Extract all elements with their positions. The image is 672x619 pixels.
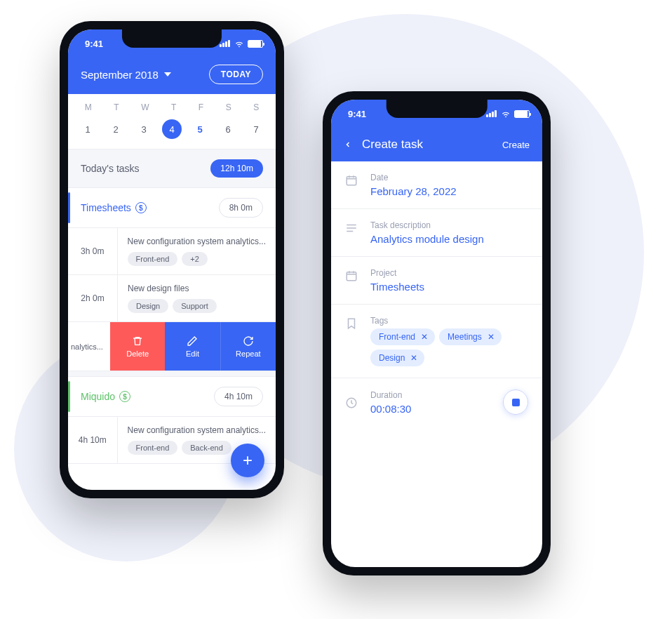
month-label: September 2018 <box>81 69 159 81</box>
edit-label: Edit <box>186 350 199 358</box>
weekday: W <box>141 102 149 112</box>
add-task-fab[interactable]: + <box>231 444 264 477</box>
create-button[interactable]: Create <box>502 140 530 150</box>
close-icon[interactable]: ✕ <box>410 353 417 363</box>
date-label: Date <box>370 173 528 182</box>
tag-chip[interactable]: Front-end✕ <box>370 328 435 345</box>
project-row-timesheets[interactable]: Timesheets $ 8h 0m <box>68 188 276 228</box>
project-duration: 8h 0m <box>219 198 263 218</box>
todays-tasks-label: Today's tasks <box>81 163 140 174</box>
day-today[interactable]: 5 <box>190 119 210 139</box>
accent-bar <box>68 381 70 413</box>
tag-chip: Design <box>128 299 168 313</box>
trash-icon <box>132 335 143 347</box>
weekday: S <box>253 102 259 112</box>
calendar-icon <box>345 174 359 197</box>
dollar-icon: $ <box>119 391 130 402</box>
signal-icon <box>220 40 231 47</box>
day[interactable]: 3 <box>134 119 154 139</box>
tag-chip: Front-end <box>128 252 178 266</box>
delete-label: Delete <box>126 350 149 358</box>
header: September 2018 TODAY <box>68 58 276 94</box>
tag-text: Meetings <box>448 332 482 342</box>
repeat-button[interactable]: Repeat <box>220 322 276 371</box>
total-duration-pill: 12h 10m <box>210 159 263 178</box>
today-button[interactable]: TODAY <box>209 65 263 84</box>
pencil-icon <box>187 335 198 347</box>
svg-rect-1 <box>347 272 356 281</box>
day[interactable]: 6 <box>218 119 238 139</box>
project-value: Timesheets <box>370 281 528 293</box>
swipe-peek: nalytics... <box>68 322 110 371</box>
close-icon[interactable]: ✕ <box>421 332 428 342</box>
date-value: February 28, 2022 <box>370 185 528 197</box>
repeat-icon <box>243 335 254 347</box>
duration-field: Duration 00:08:30 <box>331 378 542 426</box>
close-icon[interactable]: ✕ <box>488 332 495 342</box>
tags-field[interactable]: Tags Front-end✕ Meetings✕ Design✕ <box>331 305 542 378</box>
task-time: 4h 10m <box>68 417 117 463</box>
battery-icon <box>248 40 263 48</box>
tag-text: Design <box>379 353 405 363</box>
delete-button[interactable]: Delete <box>110 322 165 371</box>
clock-icon <box>345 397 359 409</box>
description-label: Task description <box>370 220 528 230</box>
status-time: 9:41 <box>85 39 103 49</box>
duration-value: 00:08:30 <box>370 403 492 415</box>
calendar-icon <box>345 269 359 293</box>
phone-timesheet: 9:41 September 2018 TODAY M T W T F <box>60 21 284 498</box>
plus-icon: + <box>243 451 253 470</box>
task-time: 3h 0m <box>68 228 117 274</box>
tag-text: Front-end <box>379 332 415 342</box>
day[interactable]: 2 <box>106 119 126 139</box>
project-name: Timesheets <box>81 202 131 213</box>
tag-chip: Support <box>173 299 217 313</box>
task-title: New configuration system analytics... <box>128 425 266 435</box>
chevron-left-icon <box>344 138 352 151</box>
day[interactable]: 7 <box>246 119 266 139</box>
swipe-actions-row: nalytics... Delete Edit Repeat <box>68 322 276 371</box>
weekday: F <box>199 102 203 112</box>
days-row: 1 2 3 4 5 6 7 <box>68 117 276 149</box>
project-row-miquido[interactable]: Miquido $ 4h 10m <box>68 377 276 417</box>
day[interactable]: 1 <box>78 119 98 139</box>
task-title: New configuration system analytics... <box>128 237 266 246</box>
day-selected[interactable]: 4 <box>162 119 182 139</box>
task-title: New design files <box>128 284 266 293</box>
weekday: T <box>114 102 119 112</box>
project-name: Miquido <box>81 391 115 402</box>
battery-icon <box>514 110 530 118</box>
edit-button[interactable]: Edit <box>165 322 220 371</box>
date-field[interactable]: Date February 28, 2022 <box>331 161 542 209</box>
todays-tasks-header: Today's tasks 12h 10m <box>68 149 276 188</box>
stop-timer-button[interactable] <box>503 390 528 415</box>
project-duration: 4h 10m <box>214 387 263 406</box>
text-icon <box>345 222 359 245</box>
tag-chip: Front-end <box>128 441 178 455</box>
weekday-row: M T W T F S S <box>68 94 276 117</box>
month-selector[interactable]: September 2018 <box>81 69 171 81</box>
repeat-label: Repeat <box>236 350 260 358</box>
svg-rect-0 <box>347 177 356 185</box>
back-button[interactable] <box>344 138 352 151</box>
task-row[interactable]: 2h 0m New design files Design Support <box>68 275 276 322</box>
dollar-icon: $ <box>135 202 147 213</box>
bookmark-icon <box>345 317 359 366</box>
tag-chip[interactable]: Design✕ <box>370 350 424 366</box>
create-task-header: Create task Create <box>331 128 542 161</box>
stop-icon <box>512 399 520 406</box>
weekday: T <box>171 102 176 112</box>
task-time: 2h 0m <box>68 275 117 321</box>
tag-chip: Back-end <box>182 441 231 455</box>
accent-bar <box>68 192 70 224</box>
page-title: Create task <box>362 138 423 152</box>
project-field[interactable]: Project Timesheets <box>331 257 542 305</box>
phone-create-task: 9:41 Create task Create <box>323 91 551 575</box>
description-field[interactable]: Task description Analytics module design <box>331 209 542 257</box>
weekday: S <box>226 102 231 112</box>
tag-chip-more: +2 <box>182 252 208 266</box>
task-row[interactable]: 3h 0m New configuration system analytics… <box>68 228 276 275</box>
wifi-icon <box>234 39 244 48</box>
tag-chip[interactable]: Meetings✕ <box>439 328 502 345</box>
status-time: 9:41 <box>348 109 366 119</box>
